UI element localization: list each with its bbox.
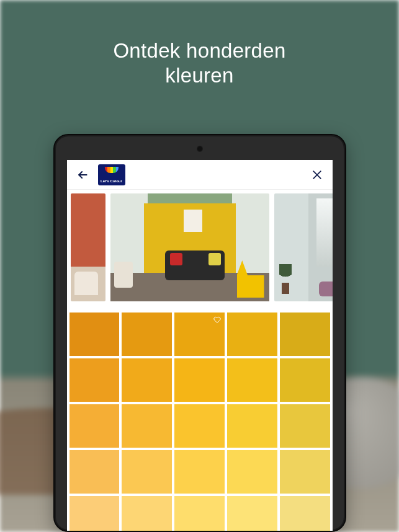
color-swatch[interactable] (227, 313, 277, 356)
promo-headline: Ontdek honderden kleuren (0, 38, 399, 87)
palette-content (67, 190, 333, 531)
color-swatch[interactable] (174, 313, 225, 356)
color-swatch-grid (67, 310, 333, 531)
color-swatch[interactable] (174, 404, 225, 448)
color-swatch[interactable] (69, 358, 120, 402)
inspiration-photo[interactable] (274, 193, 333, 301)
color-swatch[interactable] (174, 496, 225, 531)
color-swatch[interactable] (227, 450, 277, 494)
color-swatch[interactable] (227, 496, 277, 531)
color-swatch[interactable] (227, 404, 277, 448)
tablet-frame: Let's Colour (53, 134, 346, 532)
color-swatch[interactable] (280, 404, 330, 448)
color-swatch[interactable] (69, 496, 120, 531)
color-swatch[interactable] (280, 358, 330, 402)
color-swatch[interactable] (174, 450, 225, 494)
color-swatch[interactable] (280, 496, 330, 531)
color-swatch[interactable] (122, 313, 172, 356)
color-swatch[interactable] (69, 313, 120, 356)
color-swatch[interactable] (122, 404, 172, 448)
x-icon (311, 169, 323, 181)
close-button[interactable] (308, 166, 326, 184)
inspiration-photo-row[interactable] (67, 190, 333, 305)
arrow-left-icon (76, 169, 89, 181)
headline-line-2: kleuren (0, 63, 399, 88)
color-swatch[interactable] (69, 450, 120, 494)
back-button[interactable] (73, 166, 92, 184)
color-swatch[interactable] (122, 358, 172, 402)
color-swatch[interactable] (174, 358, 225, 402)
color-swatch[interactable] (227, 358, 277, 402)
color-swatch[interactable] (122, 496, 172, 531)
inspiration-photo[interactable] (110, 193, 269, 301)
heart-icon[interactable] (213, 315, 221, 322)
color-swatch[interactable] (280, 450, 330, 494)
tablet-camera (197, 146, 203, 152)
brand-logo[interactable]: Let's Colour (98, 164, 125, 185)
headline-line-1: Ontdek honderden (0, 38, 399, 63)
brand-logo-text: Let's Colour (101, 179, 122, 183)
inspiration-photo[interactable] (71, 193, 105, 301)
color-swatch[interactable] (122, 450, 172, 494)
app-bar: Let's Colour (67, 160, 333, 190)
color-swatch[interactable] (69, 404, 120, 448)
app-screen: Let's Colour (67, 160, 333, 531)
color-swatch[interactable] (280, 313, 330, 356)
